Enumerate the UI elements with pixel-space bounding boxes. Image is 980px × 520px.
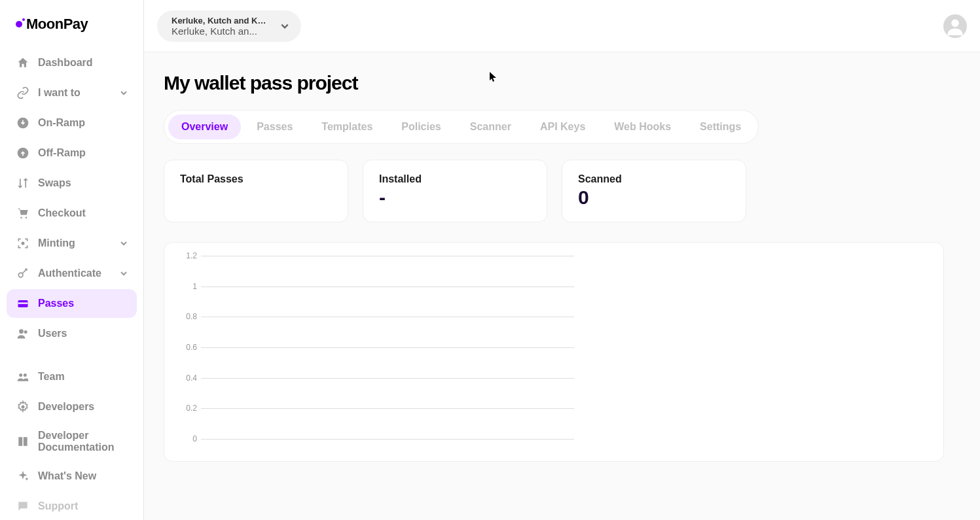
svg-point-11: [24, 373, 27, 377]
sidebar-item-checkout[interactable]: Checkout: [7, 199, 137, 228]
sidebar-item-minting[interactable]: Minting: [7, 229, 137, 258]
sidebar-item-label: Off-Ramp: [38, 147, 128, 159]
sidebar-item-developers[interactable]: Developers: [7, 392, 137, 421]
svg-point-13: [951, 19, 959, 27]
tab-settings[interactable]: Settings: [687, 114, 754, 139]
cart-icon: [16, 206, 30, 220]
sparkle-icon: [16, 469, 30, 483]
svg-rect-7: [18, 302, 28, 304]
chart-ytick: 0.6: [177, 343, 197, 352]
stat-total-passes: Total Passes: [164, 160, 348, 222]
chart-ytick: 1.2: [177, 251, 197, 260]
sidebar-item-label: Support: [38, 500, 128, 512]
tab-templates[interactable]: Templates: [308, 114, 386, 139]
sidebar-item-label: Passes: [38, 298, 128, 309]
key-icon: [16, 266, 30, 281]
stat-scanned: Scanned 0: [562, 160, 746, 222]
gear-icon: [16, 400, 30, 414]
stat-label: Installed: [379, 173, 531, 185]
sidebar-item-team[interactable]: Team: [7, 362, 137, 391]
main: Kerluke, Kutch and Ko... Kerluke, Kutch …: [144, 0, 980, 520]
tab-webhooks[interactable]: Web Hooks: [601, 114, 684, 139]
sidebar-item-users[interactable]: Users: [7, 319, 137, 348]
tabs: Overview Passes Templates Policies Scann…: [164, 110, 759, 144]
sidebar-item-label: Developer Documentation: [38, 430, 128, 453]
sidebar-item-onramp[interactable]: On-Ramp: [7, 109, 137, 137]
page-title: My wallet pass project: [164, 72, 960, 94]
sidebar-item-offramp[interactable]: Off-Ramp: [7, 139, 137, 167]
sidebar-item-label: On-Ramp: [38, 117, 128, 129]
chart-gridline: [201, 347, 574, 348]
sidebar-item-passes[interactable]: Passes: [7, 289, 137, 318]
sidebar-item-dashboard[interactable]: Dashboard: [7, 48, 137, 77]
org-subname: Kerluke, Kutch an...: [172, 26, 268, 37]
stat-label: Total Passes: [180, 173, 332, 185]
chart-ytick: 0.8: [177, 312, 197, 321]
chart-gridline: [201, 408, 574, 409]
chart-ytick: 0.2: [177, 404, 197, 413]
sidebar-item-whatsnew[interactable]: What's New: [7, 462, 137, 491]
chevron-down-icon: [280, 22, 289, 31]
sidebar-item-label: Dashboard: [38, 57, 128, 69]
chart: 00.20.40.60.811.2: [177, 256, 930, 445]
sidebar-item-authenticate[interactable]: Authenticate: [7, 259, 137, 288]
svg-point-12: [22, 406, 25, 409]
chart-gridline: [201, 439, 574, 440]
chart-gridline: [201, 256, 574, 256]
link-icon: [16, 86, 30, 100]
org-name: Kerluke, Kutch and Ko...: [172, 16, 268, 26]
svg-point-8: [19, 329, 24, 334]
svg-point-3: [26, 217, 27, 218]
stat-value: 0: [578, 186, 730, 208]
stat-label: Scanned: [578, 173, 730, 185]
topbar: Kerluke, Kutch and Ko... Kerluke, Kutch …: [144, 0, 980, 52]
tab-passes[interactable]: Passes: [244, 114, 306, 139]
tab-policies[interactable]: Policies: [388, 114, 454, 139]
chart-gridline: [201, 286, 574, 287]
svg-point-2: [20, 217, 22, 218]
sidebar-item-swaps[interactable]: Swaps: [7, 169, 137, 198]
swap-icon: [16, 176, 30, 190]
focus-icon: [16, 236, 30, 251]
chart-gridline: [201, 317, 574, 317]
sidebar-item-label: Users: [38, 328, 128, 339]
sidebar-item-label: Swaps: [38, 177, 128, 189]
users-icon: [16, 326, 30, 341]
chart-ytick: 1: [177, 282, 197, 291]
brand-name: MoonPay: [26, 16, 88, 33]
arrow-down-circle-icon: [16, 116, 30, 130]
sidebar-item-label: Authenticate: [38, 268, 112, 279]
team-icon: [16, 370, 30, 384]
svg-point-5: [18, 273, 23, 277]
sidebar-item-label: Checkout: [38, 207, 128, 219]
chevron-down-icon: [120, 239, 128, 247]
tab-overview[interactable]: Overview: [168, 114, 241, 139]
arrow-up-circle-icon: [16, 146, 30, 160]
book-icon: [16, 434, 30, 449]
chevron-down-icon: [120, 269, 128, 277]
brand-logo[interactable]: MoonPay: [7, 13, 137, 48]
sidebar-item-label: Minting: [38, 237, 112, 249]
sidebar-item-label: Developers: [38, 401, 128, 413]
sidebar-item-label: What's New: [38, 470, 128, 482]
cursor-icon: [490, 72, 498, 82]
tab-scanner[interactable]: Scanner: [457, 114, 524, 139]
sidebar: MoonPay Dashboard I want to On-Ramp Off-…: [0, 0, 144, 520]
org-selector[interactable]: Kerluke, Kutch and Ko... Kerluke, Kutch …: [157, 10, 301, 42]
svg-point-9: [24, 330, 27, 334]
sidebar-item-iwantto[interactable]: I want to: [7, 78, 137, 107]
sidebar-item-support[interactable]: Support: [7, 492, 137, 520]
chat-icon: [16, 499, 30, 513]
logo-dot-icon: [16, 21, 22, 27]
tab-apikeys[interactable]: API Keys: [527, 114, 598, 139]
sidebar-item-label: Team: [38, 371, 128, 383]
home-icon: [16, 56, 30, 70]
avatar[interactable]: [943, 14, 967, 38]
svg-point-4: [22, 242, 24, 244]
chart-ytick: 0: [177, 434, 197, 443]
chevron-down-icon: [120, 89, 128, 97]
stat-value: -: [379, 186, 531, 208]
sidebar-item-label: I want to: [38, 87, 112, 99]
stat-cards: Total Passes Installed - Scanned 0: [164, 160, 960, 222]
sidebar-item-devdocs[interactable]: Developer Documentation: [7, 423, 137, 460]
